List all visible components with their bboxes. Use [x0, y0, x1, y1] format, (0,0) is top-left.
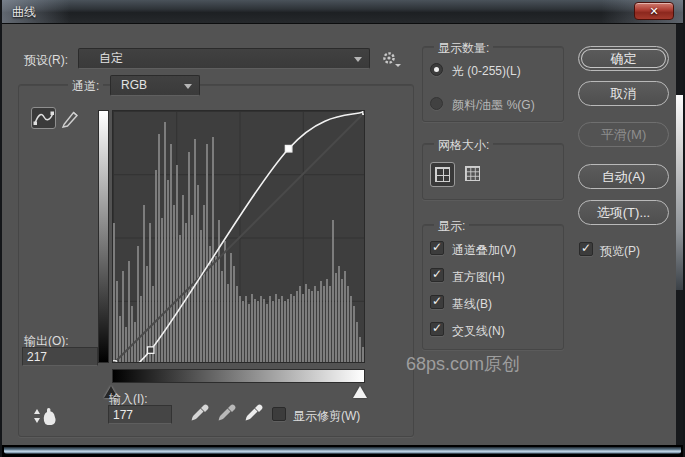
histogram-label: 直方图(H): [452, 269, 505, 286]
grid-size-title: 网格大小:: [434, 137, 493, 154]
curve-point-selected[interactable]: [285, 145, 292, 152]
white-point-slider[interactable]: [353, 386, 367, 398]
curve-point[interactable]: [363, 111, 365, 114]
channel-overlays-label: 通道叠加(V): [452, 242, 516, 259]
fine-grid-button[interactable]: [461, 162, 486, 187]
gray-point-eyedropper-icon: [217, 403, 237, 425]
preset-dropdown[interactable]: 自定: [78, 48, 370, 69]
gear-icon: [379, 49, 405, 69]
title-bar[interactable]: 曲线 ✕: [2, 0, 683, 24]
preset-label: 预设(R):: [24, 52, 68, 69]
targeted-adjustment-tool-button[interactable]: [30, 405, 62, 433]
ok-button[interactable]: 确定: [578, 46, 669, 71]
intersection-line-label: 交叉线(N): [452, 323, 505, 340]
curve-grid[interactable]: [112, 110, 365, 363]
chevron-down-icon: [354, 57, 362, 62]
smooth-button: 平滑(M): [578, 122, 669, 147]
coarse-grid-button[interactable]: [430, 162, 455, 187]
check-icon: ✓: [432, 240, 442, 254]
check-icon: ✓: [581, 241, 591, 255]
curve-tool-icon: [32, 108, 55, 128]
curve-point[interactable]: [147, 347, 154, 354]
input-gradient-bar: [112, 369, 365, 383]
edit-points-tool-button[interactable]: [31, 107, 56, 129]
light-radio[interactable]: [430, 63, 443, 76]
chevron-down-icon: [184, 84, 192, 89]
black-point-eyedropper-button[interactable]: [190, 403, 210, 425]
check-icon: ✓: [432, 267, 442, 281]
window-title: 曲线: [12, 4, 36, 21]
channel-dropdown[interactable]: RGB: [110, 75, 200, 96]
fine-grid-icon: [465, 166, 480, 181]
channel-value: RGB: [121, 78, 147, 92]
output-gradient-bar: [98, 110, 109, 363]
black-point-eyedropper-icon: [190, 403, 210, 425]
baseline-label: 基线(B): [452, 296, 492, 313]
auto-button[interactable]: 自动(A): [578, 164, 669, 189]
channel-label: 通道:: [68, 78, 103, 95]
close-button[interactable]: ✕: [634, 2, 674, 20]
white-point-eyedropper-button[interactable]: [244, 403, 264, 425]
baseline-checkbox[interactable]: ✓: [430, 295, 444, 309]
check-icon: ✓: [432, 321, 442, 335]
display-amount-title: 显示数量:: [434, 40, 493, 57]
channel-overlays-checkbox[interactable]: ✓: [430, 241, 444, 255]
options-button[interactable]: 选项(T)...: [578, 200, 669, 225]
gray-point-eyedropper-button[interactable]: [217, 403, 237, 425]
aero-glass-strip: [4, 447, 681, 454]
coarse-grid-icon: [435, 167, 450, 182]
curve-point[interactable]: [113, 361, 116, 363]
show-title: 显示:: [434, 218, 469, 235]
draw-curve-tool-button[interactable]: [58, 107, 83, 129]
watermark-text: 68ps.com原创: [406, 352, 520, 376]
white-point-eyedropper-icon: [244, 403, 264, 425]
histogram-checkbox[interactable]: ✓: [430, 268, 444, 282]
targeted-adjustment-hand-icon: [30, 405, 62, 433]
pigment-ink-radio[interactable]: [430, 97, 443, 110]
baseline-diagonal: [113, 111, 365, 363]
preset-options-button[interactable]: [379, 49, 405, 69]
preview-label: 预览(P): [600, 243, 640, 260]
show-clipping-label: 显示修剪(W): [293, 408, 360, 425]
output-input[interactable]: [22, 347, 98, 366]
cancel-button[interactable]: 取消: [578, 81, 669, 106]
input-input[interactable]: [108, 405, 172, 424]
pencil-icon: [59, 108, 82, 128]
preset-value: 自定: [89, 51, 123, 65]
pigment-ink-radio-label: 颜料/油墨 %(G): [452, 97, 535, 114]
intersection-line-checkbox[interactable]: ✓: [430, 322, 444, 336]
background-scrollbar-strip: [676, 95, 683, 290]
show-clipping-checkbox[interactable]: [272, 407, 286, 421]
check-icon: ✓: [432, 294, 442, 308]
preview-checkbox[interactable]: ✓: [579, 242, 593, 256]
window-bottom-border: [2, 445, 683, 457]
curves-dialog: 曲线 ✕ 预设(R): 自定 通道: RGB: [0, 0, 685, 457]
curve-plot: [113, 111, 365, 363]
light-radio-label: 光 (0-255)(L): [452, 63, 521, 80]
